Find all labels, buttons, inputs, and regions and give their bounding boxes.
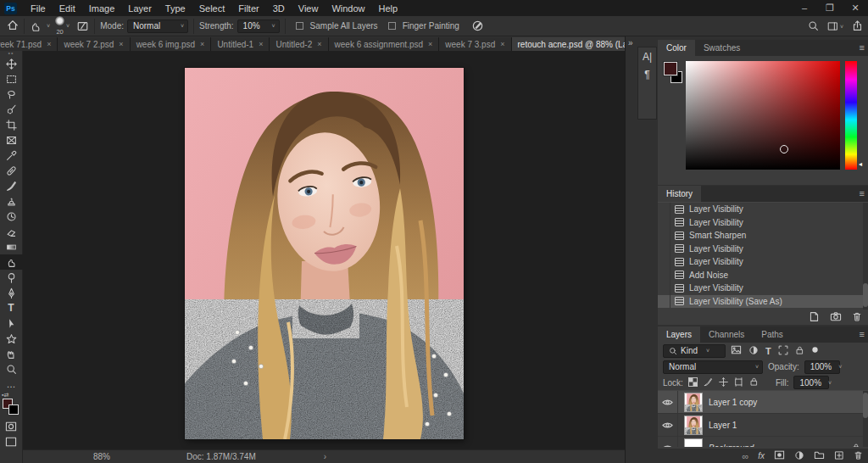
opacity-field[interactable]: 100% ˅ bbox=[804, 360, 840, 374]
scrollbar-thumb[interactable] bbox=[863, 393, 868, 418]
type-tool[interactable]: T bbox=[0, 300, 23, 315]
new-document-from-state-icon[interactable] bbox=[809, 311, 820, 324]
dodge-tool[interactable] bbox=[0, 270, 23, 285]
tab-week-6-img[interactable]: week 6 img.psd × bbox=[131, 37, 212, 51]
strength-dropdown[interactable]: 10% ˅ bbox=[237, 20, 280, 33]
tab-untitled-2[interactable]: Untitled-2 × bbox=[270, 37, 328, 51]
delete-layer-trash-icon[interactable] bbox=[854, 450, 863, 462]
zoom-tool[interactable] bbox=[0, 361, 23, 377]
sample-all-layers-checkbox[interactable]: Sample All Layers bbox=[296, 21, 378, 31]
smudge-tool-selected[interactable] bbox=[0, 254, 23, 270]
lock-transparent-pixels-icon[interactable] bbox=[688, 377, 698, 388]
history-source-checkbox[interactable] bbox=[658, 243, 670, 256]
filter-pixel-layers-icon[interactable] bbox=[731, 345, 742, 356]
background-color-swatch[interactable] bbox=[8, 404, 19, 415]
menu-help[interactable]: Help bbox=[372, 2, 405, 15]
layer-thumbnail[interactable] bbox=[685, 393, 702, 411]
layer-thumbnail[interactable] bbox=[685, 416, 702, 434]
frame-tool[interactable] bbox=[0, 132, 23, 148]
history-item[interactable]: Layer Visibility bbox=[658, 216, 868, 230]
close-icon[interactable]: × bbox=[317, 40, 321, 48]
layer-visibility-eye-icon[interactable] bbox=[658, 437, 678, 447]
new-group-folder-icon[interactable] bbox=[814, 450, 825, 461]
close-icon[interactable]: × bbox=[200, 40, 204, 48]
close-icon[interactable]: × bbox=[500, 40, 504, 48]
tab-week-7-3[interactable]: week 7 3.psd × bbox=[439, 37, 511, 51]
history-item[interactable]: Smart Sharpen bbox=[658, 229, 868, 243]
tab-history[interactable]: History bbox=[658, 186, 701, 202]
spot-healing-brush-tool[interactable] bbox=[0, 163, 23, 178]
fill-field[interactable]: 100% ˅ bbox=[793, 376, 829, 389]
menu-image[interactable]: Image bbox=[82, 2, 122, 15]
layer-visibility-eye-icon[interactable] bbox=[658, 414, 678, 436]
panel-menu-icon[interactable]: ≡ bbox=[860, 326, 865, 343]
close-button[interactable]: ✕ bbox=[843, 0, 868, 16]
adjustment-layer-icon[interactable] bbox=[794, 450, 804, 462]
close-icon[interactable]: × bbox=[428, 40, 432, 48]
layer-row-background[interactable]: Background bbox=[658, 437, 868, 447]
menu-layer[interactable]: Layer bbox=[121, 2, 159, 15]
new-layer-icon[interactable] bbox=[834, 450, 844, 462]
menu-filter[interactable]: Filter bbox=[231, 2, 265, 15]
link-layers-icon[interactable]: ∞ bbox=[742, 452, 748, 460]
filter-toggle-dot-icon[interactable] bbox=[811, 346, 819, 355]
history-source-checkbox[interactable] bbox=[658, 295, 670, 309]
panel-menu-icon[interactable]: ≡ bbox=[860, 186, 865, 202]
clone-stamp-tool[interactable] bbox=[0, 193, 23, 209]
layer-filter-kind-dropdown[interactable]: Kind ˅ bbox=[663, 344, 726, 358]
zoom-level-field[interactable]: 88% bbox=[93, 452, 110, 461]
history-source-checkbox[interactable] bbox=[658, 229, 670, 243]
menu-file[interactable]: File bbox=[24, 2, 53, 15]
tool-preset-picker[interactable]: ˅ bbox=[30, 20, 50, 32]
paragraph-panel-icon[interactable]: ¶ bbox=[638, 65, 656, 83]
foreground-background-colors[interactable]: ▪⇄ bbox=[1, 393, 21, 416]
brush-size-picker[interactable]: 20 bbox=[55, 16, 64, 36]
history-scrollbar[interactable] bbox=[863, 203, 868, 310]
menu-select[interactable]: Select bbox=[192, 2, 232, 15]
menu-3d[interactable]: 3D bbox=[266, 2, 292, 15]
layer-visibility-eye-icon[interactable] bbox=[658, 391, 678, 413]
filter-smart-objects-icon[interactable] bbox=[795, 345, 804, 357]
rectangular-marquee-tool[interactable] bbox=[0, 71, 23, 86]
lock-all-icon[interactable] bbox=[749, 377, 759, 388]
search-icon[interactable] bbox=[808, 20, 819, 33]
layer-thumbnail-background[interactable] bbox=[685, 439, 702, 448]
history-source-checkbox[interactable] bbox=[658, 269, 670, 282]
history-item-selected[interactable]: Layer Visibility (Save As) bbox=[658, 295, 868, 309]
tab-swatches[interactable]: Swatches bbox=[695, 40, 748, 56]
edit-toolbar-ellipsis[interactable]: … bbox=[0, 377, 23, 392]
menu-view[interactable]: View bbox=[292, 2, 326, 15]
crop-tool[interactable] bbox=[0, 117, 23, 132]
tab-week-7-2[interactable]: week 7 2.psd × bbox=[58, 37, 130, 51]
tab-paths[interactable]: Paths bbox=[753, 326, 792, 343]
panel-menu-icon[interactable]: ≡ bbox=[860, 40, 865, 56]
history-item[interactable]: Layer Visibility bbox=[658, 203, 868, 216]
lock-image-pixels-icon[interactable] bbox=[704, 377, 713, 388]
history-source-checkbox[interactable] bbox=[658, 203, 670, 216]
minimize-button[interactable]: – bbox=[792, 0, 817, 16]
menu-type[interactable]: Type bbox=[159, 2, 192, 15]
mode-dropdown[interactable]: Normal ˅ bbox=[127, 20, 188, 33]
layer-effects-fx-icon[interactable]: fx bbox=[758, 451, 765, 460]
tab-week-6-assignment[interactable]: week 6 assignment.psd × bbox=[329, 37, 440, 51]
path-selection-tool[interactable] bbox=[0, 315, 23, 331]
gradient-tool[interactable] bbox=[0, 239, 23, 254]
history-brush-tool[interactable] bbox=[0, 209, 23, 224]
foreground-color-swatch[interactable] bbox=[664, 62, 677, 75]
tab-retouch-acne-active[interactable]: retouch acne.psd @ 88% (Layer 1 copy, RG… bbox=[512, 37, 625, 51]
filter-adjustment-layers-icon[interactable] bbox=[748, 345, 759, 357]
character-panel-icon[interactable]: A| bbox=[638, 47, 656, 65]
menu-edit[interactable]: Edit bbox=[53, 2, 82, 15]
workspace-switcher-icon[interactable]: ˅ bbox=[827, 21, 843, 31]
hue-slider[interactable] bbox=[845, 61, 857, 170]
custom-shape-tool[interactable] bbox=[0, 331, 23, 346]
lasso-tool[interactable] bbox=[0, 86, 23, 102]
layer-row-layer-1-copy[interactable]: Layer 1 copy bbox=[658, 391, 868, 414]
tab-week-71[interactable]: week 71.psd × bbox=[0, 37, 58, 51]
lock-position-icon[interactable] bbox=[719, 377, 728, 388]
screen-mode-button[interactable] bbox=[0, 434, 23, 449]
home-icon[interactable] bbox=[7, 20, 19, 33]
swap-colors-icon[interactable]: ▪⇄ bbox=[2, 392, 8, 399]
history-item[interactable]: Add Noise bbox=[658, 269, 868, 282]
tab-color[interactable]: Color bbox=[658, 40, 695, 56]
